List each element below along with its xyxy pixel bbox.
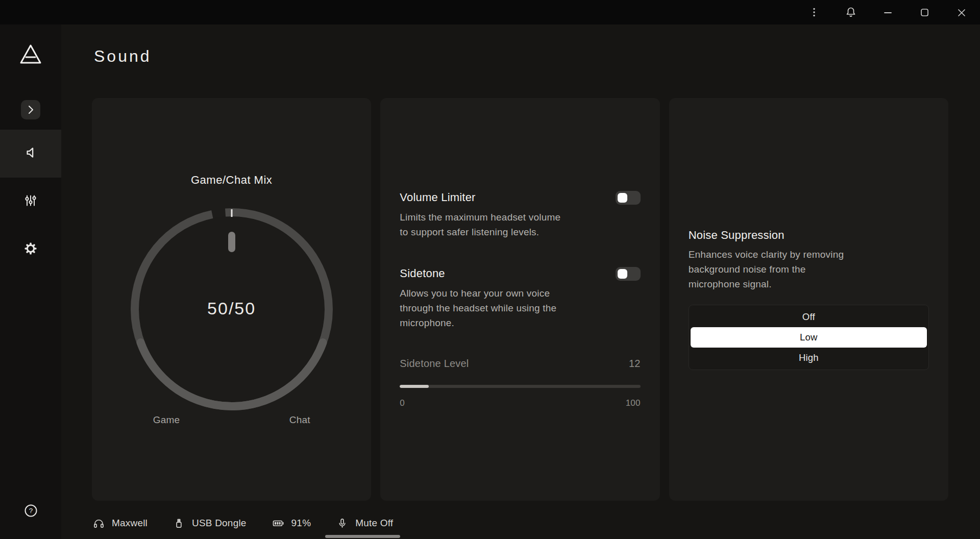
sidetone-level-value: 12 xyxy=(629,358,641,370)
volume-limiter-toggle[interactable] xyxy=(616,191,641,205)
mix-dial[interactable]: 50/50 xyxy=(130,207,334,411)
connection-type: USB Dongle xyxy=(192,518,247,529)
sidetone-level-block: Sidetone Level 12 0 100 xyxy=(400,358,640,408)
device-name: Maxwell xyxy=(112,518,148,529)
mic-status: Mute Off xyxy=(355,518,393,529)
usb-dongle-icon xyxy=(173,518,185,529)
sidetone-block: Sidetone Allows you to hear your own voi… xyxy=(400,267,640,330)
page-title: Sound xyxy=(94,46,948,66)
cards-row: Game/Chat Mix 50/50 Game Chat xyxy=(92,98,948,501)
status-battery: 91% xyxy=(272,517,311,529)
minimize-icon[interactable] xyxy=(880,5,895,20)
svg-text:?: ? xyxy=(29,507,33,514)
noise-option-high[interactable]: High xyxy=(691,348,927,368)
battery-icon xyxy=(272,517,284,529)
status-mute: Mute Off xyxy=(336,518,393,529)
sidebar-item-equalizer[interactable] xyxy=(0,178,61,226)
mix-value: 50/50 xyxy=(130,298,334,318)
sidetone-description: Allows you to hear your own voice throug… xyxy=(400,286,560,330)
mix-title: Game/Chat Mix xyxy=(191,174,272,187)
toggle-knob xyxy=(618,269,627,279)
status-device: Maxwell xyxy=(93,518,148,529)
maximize-icon[interactable] xyxy=(917,5,932,20)
status-connection: USB Dongle xyxy=(173,518,247,529)
noise-suppression-control: Off Low High xyxy=(689,305,929,370)
volume-limiter-label: Volume Limiter xyxy=(400,191,475,204)
volume-limiter-description: Limits the maximum headset volume to sup… xyxy=(400,210,560,239)
sidetone-level-range: 0 100 xyxy=(400,398,640,408)
sidebar-item-sound[interactable] xyxy=(0,130,61,178)
main-content: Sound Game/Chat Mix 50/50 Game xyxy=(61,24,980,539)
sidetone-level-slider[interactable] xyxy=(400,385,640,388)
noise-option-low[interactable]: Low xyxy=(691,327,927,348)
kebab-menu-icon[interactable] xyxy=(806,5,822,20)
game-label: Game xyxy=(153,414,180,426)
sidetone-level-max: 100 xyxy=(626,398,641,408)
titlebar xyxy=(0,0,980,24)
statusbar: Maxwell USB Dongle xyxy=(92,516,948,530)
gear-icon xyxy=(24,242,37,257)
sound-settings-card: Volume Limiter Limits the maximum headse… xyxy=(380,98,659,501)
close-icon[interactable] xyxy=(953,5,969,20)
equalizer-icon xyxy=(24,194,37,209)
speaker-icon xyxy=(23,145,38,162)
chat-label: Chat xyxy=(289,414,310,426)
sidetone-label: Sidetone xyxy=(400,267,445,280)
battery-level: 91% xyxy=(291,518,311,529)
horizontal-scrollbar-thumb[interactable] xyxy=(325,535,400,538)
sidebar-nav xyxy=(0,130,61,274)
noise-suppression-card: Noise Suppression Enhances voice clarity… xyxy=(669,98,948,501)
sidebar-expand-button[interactable] xyxy=(21,100,40,119)
app-logo xyxy=(18,42,43,68)
volume-limiter-block: Volume Limiter Limits the maximum headse… xyxy=(400,191,640,239)
dial-indicator xyxy=(228,232,235,252)
help-button[interactable]: ? xyxy=(24,504,38,520)
noise-suppression-description: Enhances voice clarity by removing backg… xyxy=(689,247,857,291)
sidetone-slider-fill xyxy=(400,385,429,388)
bell-icon[interactable] xyxy=(843,5,859,20)
sidebar: ? xyxy=(0,24,61,539)
game-chat-mix-card: Game/Chat Mix 50/50 Game Chat xyxy=(92,98,371,501)
toggle-knob xyxy=(618,193,627,203)
noise-suppression-title: Noise Suppression xyxy=(689,229,929,242)
dial-labels: Game Chat xyxy=(130,414,334,426)
sidetone-level-min: 0 xyxy=(400,398,405,408)
headphones-icon xyxy=(93,518,105,529)
sidebar-item-settings[interactable] xyxy=(0,226,61,274)
sidetone-toggle[interactable] xyxy=(616,267,641,281)
noise-option-off[interactable]: Off xyxy=(691,307,927,327)
microphone-icon xyxy=(336,518,348,529)
help-icon: ? xyxy=(24,510,38,519)
sidetone-level-label: Sidetone Level xyxy=(400,358,469,370)
